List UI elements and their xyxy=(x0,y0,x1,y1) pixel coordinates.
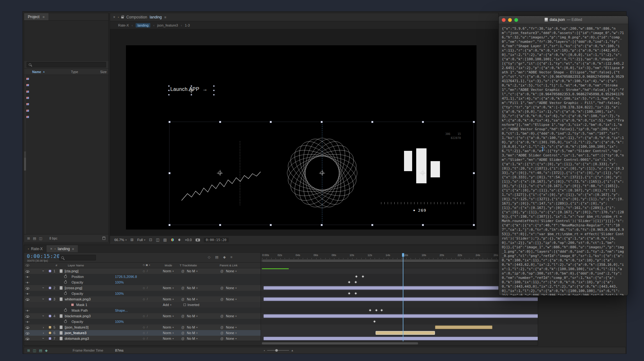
json-editor-content[interactable]: {"v":"5.9.6","fr":30,"ip":0,"op":200,"w"… xyxy=(499,24,628,296)
close-panel-icon[interactable]: × xyxy=(113,15,115,19)
list-view-icon[interactable]: ▤ xyxy=(33,236,36,240)
stopwatch-icon[interactable] xyxy=(64,309,67,312)
transform-handle[interactable] xyxy=(422,121,424,123)
transform-handle[interactable] xyxy=(168,172,171,174)
parent-pickwhip-icon[interactable]: @ xyxy=(220,337,223,340)
timeline-row[interactable]: ›5[json_feature3]◇/Norm▾@No M▾@None▾ xyxy=(24,324,538,330)
layer-duration-bar[interactable] xyxy=(263,337,538,340)
data-json-window[interactable]: data.json — Edited {"v":"5.9.6","fr":30,… xyxy=(498,16,628,296)
keyframe-icon[interactable] xyxy=(354,292,357,295)
transform-handle[interactable] xyxy=(321,121,323,123)
twirl-icon[interactable]: › xyxy=(42,270,45,272)
trkmat-select[interactable]: No M▾ xyxy=(187,337,197,340)
layer-color-chip[interactable] xyxy=(48,298,52,301)
parent-select[interactable]: None▾ xyxy=(226,286,237,290)
eye-icon[interactable] xyxy=(26,268,29,274)
keyframe-navigator[interactable]: ‹◆› xyxy=(25,292,30,295)
parent-select[interactable]: None▾ xyxy=(226,297,237,301)
twirl-icon[interactable]: › xyxy=(42,287,45,289)
transform-handle[interactable] xyxy=(168,94,170,96)
trkmat-pickwhip-icon[interactable]: @ xyxy=(181,286,184,290)
stopwatch-icon[interactable] xyxy=(64,281,67,284)
composition-mini-flowchart-icon[interactable]: ◇ xyxy=(208,255,210,259)
keyframe-icon[interactable] xyxy=(348,292,351,295)
timeline-row[interactable]: ›3whitemask.png3◇/Norm▾@No M▾@None▾ xyxy=(24,296,538,302)
timeline-row[interactable]: ›4blackmask.png3◇/Norm▾@No M▾@None▾ xyxy=(24,313,538,319)
transform-handle[interactable] xyxy=(473,121,475,123)
column-header-size[interactable]: Size xyxy=(97,70,107,74)
transform-handle[interactable] xyxy=(270,121,272,123)
new-folder-icon[interactable]: ◫ xyxy=(39,236,42,240)
timeline-scrollbar[interactable] xyxy=(24,341,538,345)
lock-icon[interactable] xyxy=(121,17,124,18)
time-ruler[interactable]: 0:00s02s04s06s08s10s12s14s16s18s20s22s24… xyxy=(261,253,538,262)
trkmat-pickwhip-icon[interactable]: @ xyxy=(181,314,184,318)
transform-handle[interactable] xyxy=(168,224,171,226)
layer-color-chip[interactable] xyxy=(48,337,52,340)
breadcrumb-item[interactable]: json_feature3 xyxy=(157,23,178,27)
current-time-indicator[interactable] xyxy=(403,253,403,341)
snapshot-status-icon[interactable]: ▤ xyxy=(39,349,42,353)
parent-pickwhip-icon[interactable]: @ xyxy=(220,298,223,301)
panel-menu-icon[interactable]: ≡ xyxy=(72,247,74,251)
transform-handle[interactable] xyxy=(473,224,475,226)
trkmat-select[interactable]: No M▾ xyxy=(187,286,197,290)
snapshot-camera-icon[interactable] xyxy=(196,239,200,241)
timeline-row[interactable]: ›2[cross.png]◇/Norm▾@No M▾@None▾ xyxy=(24,285,538,291)
eye-icon[interactable] xyxy=(26,324,29,330)
transform-handle[interactable] xyxy=(422,224,424,226)
eye-icon[interactable] xyxy=(26,313,29,319)
column-header-type[interactable]: Type xyxy=(71,70,97,74)
property-value[interactable]: 100% xyxy=(115,280,124,284)
layer-duration-bar[interactable] xyxy=(263,286,538,290)
timeline-row[interactable]: ›6json_feature3◇/Norm▾@No M▾@None▾ xyxy=(24,330,538,336)
project-search-input[interactable] xyxy=(33,63,94,67)
keyframe-icon[interactable] xyxy=(380,309,383,312)
property-value[interactable]: Shape... xyxy=(115,309,128,312)
transform-handle[interactable] xyxy=(473,172,475,174)
trkmat-pickwhip-icon[interactable]: @ xyxy=(181,298,184,301)
transform-handle[interactable] xyxy=(321,224,323,226)
layer-duration-bar[interactable] xyxy=(376,331,435,335)
parent-select[interactable]: None▾ xyxy=(226,314,237,318)
cache-status-icon[interactable]: ◫ xyxy=(33,349,36,353)
column-mode[interactable]: Mode xyxy=(165,264,172,267)
transform-handle[interactable] xyxy=(191,85,192,87)
layer-duration-bar[interactable] xyxy=(263,297,538,301)
twirl-icon[interactable]: › xyxy=(42,299,45,300)
options-icon[interactable]: ≡ xyxy=(230,255,232,259)
timeline-graph-row[interactable] xyxy=(261,313,538,319)
column-header-name[interactable]: Name▲ xyxy=(24,70,71,74)
keyframe-navigator[interactable]: ‹◆› xyxy=(25,309,30,312)
keyframe-icon[interactable] xyxy=(361,275,364,278)
property-value[interactable]: 1726.5,2096.8 xyxy=(115,275,137,279)
trkmat-pickwhip-icon[interactable]: @ xyxy=(181,331,184,335)
transparency-grid-icon[interactable]: ◫ xyxy=(156,238,159,242)
current-timecode[interactable]: 0:00:15:20 xyxy=(27,253,60,259)
channel-icon[interactable] xyxy=(171,238,174,242)
transform-handle[interactable] xyxy=(219,121,221,123)
exposure-icon[interactable] xyxy=(178,238,181,241)
zoom-slider-track[interactable] xyxy=(267,350,289,351)
timeline-graph-row[interactable] xyxy=(261,291,538,296)
stopwatch-icon[interactable] xyxy=(64,275,67,278)
column-track-matte[interactable]: T TrackMatte xyxy=(180,264,197,267)
trkmat-pickwhip-icon[interactable]: @ xyxy=(181,326,184,329)
active-comp-name[interactable]: landing xyxy=(150,15,162,19)
transform-handle[interactable] xyxy=(270,224,272,226)
timeline-row[interactable]: Mask 1Add▾Inverted xyxy=(24,302,538,308)
eye-icon[interactable] xyxy=(26,330,29,336)
timeline-row[interactable]: ‹◆›Opacity100% xyxy=(24,291,538,296)
timeline-zoom-control[interactable]: ▲ ▲ xyxy=(263,349,294,352)
gpu-status-icon[interactable]: ⊞ xyxy=(27,349,30,353)
zoom-out-icon[interactable]: ▲ xyxy=(263,349,265,351)
trkmat-select[interactable]: No M▾ xyxy=(187,314,197,318)
composition-canvas[interactable]: Launch APP → 38615 822878 ● 269 xyxy=(126,45,477,230)
transform-handle[interactable] xyxy=(371,121,373,123)
mask-visibility-icon[interactable]: ▤ xyxy=(163,238,167,242)
parent-select[interactable]: None▾ xyxy=(226,325,237,329)
layer-duration-bar[interactable] xyxy=(435,325,492,329)
parent-select[interactable]: None▾ xyxy=(226,337,237,340)
timeline-search-box[interactable] xyxy=(59,255,96,260)
parent-pickwhip-icon[interactable]: @ xyxy=(220,286,223,290)
